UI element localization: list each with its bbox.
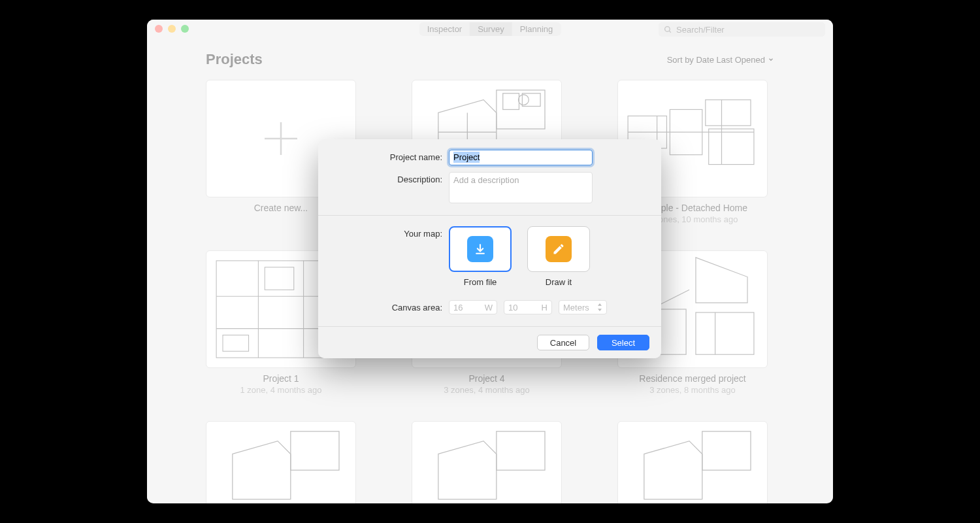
map-draw-it-button[interactable] <box>527 226 590 272</box>
canvas-height-input[interactable]: 10H <box>504 300 552 314</box>
canvas-units-select[interactable]: Meters <box>559 300 607 314</box>
svg-marker-36 <box>598 303 602 306</box>
description-input[interactable]: Add a description <box>449 172 593 203</box>
from-file-label: From file <box>449 277 512 287</box>
select-button[interactable]: Select <box>597 335 649 350</box>
stepper-icon <box>597 303 602 311</box>
cancel-button[interactable]: Cancel <box>537 335 589 350</box>
draw-it-label: Draw it <box>527 277 590 287</box>
project-name-input[interactable]: Project <box>449 150 593 165</box>
new-project-dialog: Project name: Project Description: Add a… <box>318 139 661 358</box>
project-name-label: Project name: <box>331 150 449 162</box>
your-map-label: Your map: <box>331 226 449 239</box>
download-icon <box>467 236 493 262</box>
canvas-area-label: Canvas area: <box>331 300 449 312</box>
svg-marker-37 <box>598 309 602 311</box>
canvas-width-input[interactable]: 16W <box>449 300 497 314</box>
map-from-file-button[interactable] <box>449 226 512 272</box>
description-label: Description: <box>331 172 449 184</box>
pencil-icon <box>546 236 572 262</box>
